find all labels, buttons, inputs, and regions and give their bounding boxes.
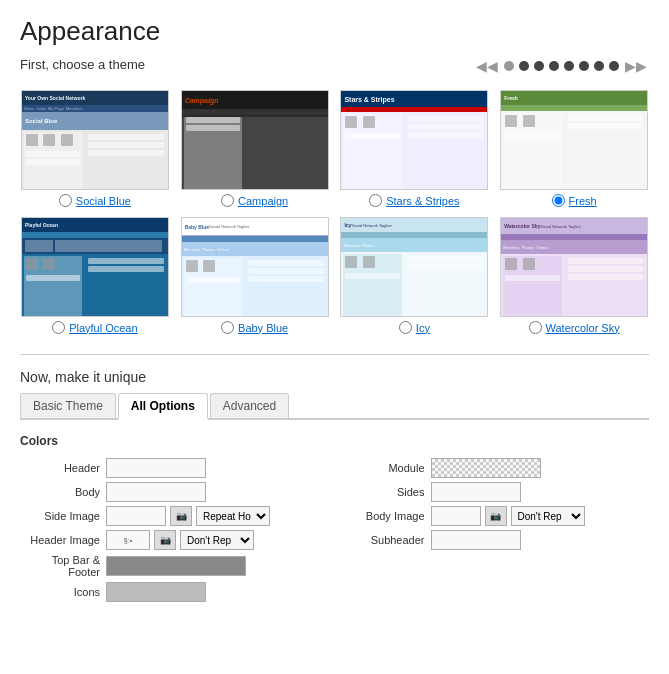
color-input-body[interactable]	[106, 482, 206, 502]
side-image-row: 📷 Repeat Ho Don't Rep Repeat Ve Repeat	[106, 506, 270, 526]
color-label-module: Module	[345, 462, 425, 474]
theme-radio-row-icy: Icy	[399, 321, 430, 334]
theme-item-fresh[interactable]: Fresh Fresh	[499, 90, 649, 207]
theme-radio-campaign[interactable]	[221, 194, 234, 207]
color-label-icons: Icons	[20, 586, 100, 598]
theme-item-icy[interactable]: Icy Social Network Tagline Members Photo…	[340, 217, 490, 334]
theme-radio-row-social-blue: Social Blue	[59, 194, 131, 207]
color-label-sides: Sides	[345, 486, 425, 498]
color-row-side-image: Side Image 📷 Repeat Ho Don't Rep Repeat …	[20, 506, 325, 526]
color-row-body-image: Body Image 📷 Don't Rep Repeat Ho Repeat …	[345, 506, 650, 526]
theme-preview-stars: Stars & Stripes	[340, 90, 488, 190]
theme-radio-row-stars: Stars & Stripes	[369, 194, 459, 207]
theme-section: First, choose a theme ◀◀ ▶▶ Your Own Soc…	[20, 57, 649, 334]
body-image-repeat-select[interactable]: Don't Rep Repeat Ho Repeat Ve Repeat	[511, 506, 585, 526]
theme-radio-row-fresh: Fresh	[552, 194, 597, 207]
theme-radio-row-baby-blue: Baby Blue	[221, 321, 288, 334]
color-input-sides[interactable]	[431, 482, 521, 502]
theme-item-ocean[interactable]: Playful Ocean	[20, 217, 170, 334]
tab-advanced[interactable]: Advanced	[210, 393, 289, 418]
nav-dot-3[interactable]	[534, 61, 544, 71]
tab-all-options[interactable]: All Options	[118, 393, 208, 420]
theme-label-campaign[interactable]: Campaign	[238, 195, 288, 207]
theme-section-label: First, choose a theme	[20, 57, 145, 72]
nav-dot-6[interactable]	[579, 61, 589, 71]
color-row-body: Body	[20, 482, 325, 502]
theme-preview-ocean: Playful Ocean	[21, 217, 169, 317]
theme-radio-icy[interactable]	[399, 321, 412, 334]
colors-layout: Header Body Side Image 📷 Repeat Ho	[20, 458, 649, 606]
header-image-upload-btn[interactable]: 📷	[154, 530, 176, 550]
camera-icon-2: 📷	[160, 535, 171, 545]
prev-arrow[interactable]: ◀◀	[474, 58, 500, 74]
theme-radio-social-blue[interactable]	[59, 194, 72, 207]
color-input-top-bar[interactable]	[106, 556, 246, 576]
color-label-header: Header	[20, 462, 100, 474]
nav-dot-2[interactable]	[519, 61, 529, 71]
theme-preview-icy: Icy Social Network Tagline Members Photo…	[340, 217, 488, 317]
side-image-upload-btn[interactable]: 📷	[170, 506, 192, 526]
nav-dot-1[interactable]	[504, 61, 514, 71]
unique-section: Now, make it unique Basic Theme All Opti…	[20, 369, 649, 606]
side-image-repeat-select[interactable]: Repeat Ho Don't Rep Repeat Ve Repeat	[196, 506, 270, 526]
color-input-side-image[interactable]	[106, 506, 166, 526]
theme-item-watercolor[interactable]: Watercolor Sky Social Network Tagline Me…	[499, 217, 649, 334]
header-image-row: §:• 📷 Don't Rep Repeat Ho Repeat Ve Repe…	[106, 530, 254, 550]
theme-item-campaign[interactable]: Campaign Campaign	[180, 90, 330, 207]
theme-label-stars[interactable]: Stars & Stripes	[386, 195, 459, 207]
theme-radio-watercolor[interactable]	[529, 321, 542, 334]
color-input-icons[interactable]	[106, 582, 206, 602]
colors-right-col: Module Sides Body Image 📷 Don't Rep	[345, 458, 650, 606]
theme-grid-row1: Your Own Social Network Home Invite My P…	[20, 90, 649, 207]
tabs-row: Basic Theme All Options Advanced	[20, 393, 649, 420]
camera-icon-3: 📷	[490, 511, 501, 521]
nav-dot-4[interactable]	[549, 61, 559, 71]
theme-preview-fresh: Fresh	[500, 90, 648, 190]
header-image-repeat-select[interactable]: Don't Rep Repeat Ho Repeat Ve Repeat	[180, 530, 254, 550]
color-input-subheader[interactable]	[431, 530, 521, 550]
theme-radio-stars[interactable]	[369, 194, 382, 207]
color-label-body: Body	[20, 486, 100, 498]
theme-label-baby-blue[interactable]: Baby Blue	[238, 322, 288, 334]
theme-label-social-blue[interactable]: Social Blue	[76, 195, 131, 207]
nav-dots	[504, 61, 619, 71]
theme-radio-row-campaign: Campaign	[221, 194, 288, 207]
theme-item-social-blue[interactable]: Your Own Social Network Home Invite My P…	[20, 90, 170, 207]
theme-item-baby-blue[interactable]: Baby Blue Social Network Tagline Members…	[180, 217, 330, 334]
theme-radio-fresh[interactable]	[552, 194, 565, 207]
nav-dot-5[interactable]	[564, 61, 574, 71]
theme-label-fresh[interactable]: Fresh	[569, 195, 597, 207]
colors-left-col: Header Body Side Image 📷 Repeat Ho	[20, 458, 325, 606]
color-input-body-image[interactable]	[431, 506, 481, 526]
theme-radio-baby-blue[interactable]	[221, 321, 234, 334]
unique-title: Now, make it unique	[20, 369, 649, 385]
theme-nav-row: ◀◀ ▶▶	[474, 58, 649, 74]
body-image-row: 📷 Don't Rep Repeat Ho Repeat Ve Repeat	[431, 506, 585, 526]
theme-radio-row-watercolor: Watercolor Sky	[529, 321, 620, 334]
color-label-side-image: Side Image	[20, 510, 100, 522]
theme-preview-social-blue: Your Own Social Network Home Invite My P…	[21, 90, 169, 190]
color-row-subheader: Subheader	[345, 530, 650, 550]
color-row-header-image: Header Image §:• 📷 Don't Rep Repeat Ho R…	[20, 530, 325, 550]
color-input-header[interactable]	[106, 458, 206, 478]
theme-label-ocean[interactable]: Playful Ocean	[69, 322, 137, 334]
color-row-top-bar: Top Bar & Footer	[20, 554, 325, 578]
theme-label-watercolor[interactable]: Watercolor Sky	[546, 322, 620, 334]
color-label-top-bar: Top Bar & Footer	[20, 554, 100, 578]
theme-preview-watercolor: Watercolor Sky Social Network Tagline Me…	[500, 217, 648, 317]
theme-label-icy[interactable]: Icy	[416, 322, 430, 334]
nav-dot-7[interactable]	[594, 61, 604, 71]
body-image-upload-btn[interactable]: 📷	[485, 506, 507, 526]
color-label-subheader: Subheader	[345, 534, 425, 546]
theme-item-stars-stripes[interactable]: Stars & Stripes	[340, 90, 490, 207]
nav-dot-8[interactable]	[609, 61, 619, 71]
theme-radio-ocean[interactable]	[52, 321, 65, 334]
color-input-header-image[interactable]: §:•	[106, 530, 150, 550]
camera-icon: 📷	[176, 511, 187, 521]
color-label-body-image: Body Image	[345, 510, 425, 522]
next-arrow[interactable]: ▶▶	[623, 58, 649, 74]
theme-grid-row2: Playful Ocean	[20, 217, 649, 334]
color-input-module[interactable]	[431, 458, 541, 478]
color-row-header: Header	[20, 458, 325, 478]
tab-basic[interactable]: Basic Theme	[20, 393, 116, 418]
